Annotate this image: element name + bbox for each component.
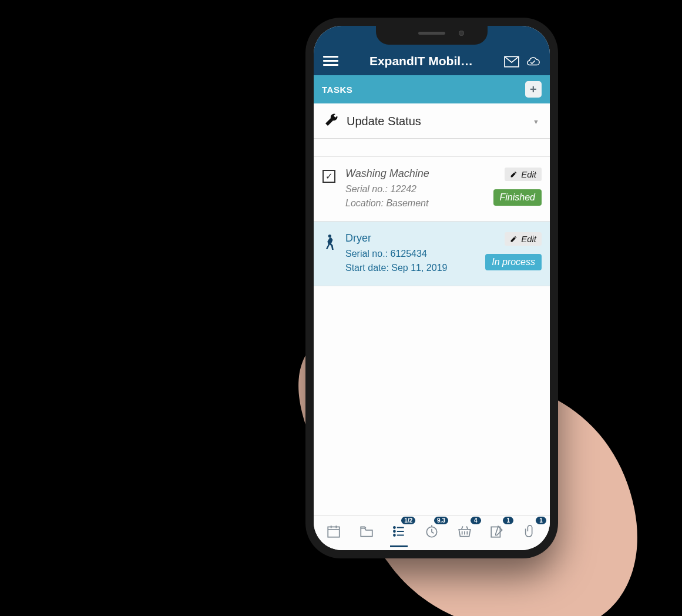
svg-point-3 <box>394 527 395 528</box>
app-title: ExpandIT Mobil… <box>338 54 504 68</box>
task-checkbox[interactable]: ✓ <box>322 168 336 210</box>
task-extra: Location: Basement <box>345 196 484 210</box>
svg-point-5 <box>394 534 395 536</box>
cloud-sync-icon[interactable] <box>525 55 540 68</box>
edit-button[interactable]: Edit <box>505 168 542 181</box>
task-serial: Serial no.: 12242 <box>345 182 484 196</box>
chevron-down-icon: ▼ <box>533 118 539 125</box>
add-task-button[interactable]: + <box>525 81 542 98</box>
edit-label: Edit <box>521 234 536 244</box>
phone-screen: ExpandIT Mobil… TASKS + <box>314 26 550 550</box>
tab-badge: 9.3 <box>434 517 448 524</box>
tab-bar: 1/2 9.3 4 1 1 <box>314 515 550 550</box>
status-badge: Finished <box>493 189 542 206</box>
update-status-label: Update Status <box>347 115 421 128</box>
menu-icon[interactable] <box>323 53 338 68</box>
svg-point-4 <box>394 530 395 532</box>
tab-basket[interactable]: 4 <box>452 519 477 544</box>
tab-calendar[interactable] <box>321 519 346 544</box>
tab-folder[interactable] <box>354 519 379 544</box>
phone-frame: ExpandIT Mobil… TASKS + <box>305 18 558 558</box>
tab-tasks[interactable]: 1/2 <box>387 519 411 544</box>
task-title: Washing Machine <box>345 168 484 180</box>
wrench-icon <box>324 113 338 130</box>
edit-label: Edit <box>521 169 536 179</box>
task-serial: Serial no.: 6125434 <box>345 247 476 261</box>
tab-badge: 4 <box>471 517 481 524</box>
status-badge: In process <box>485 254 542 270</box>
svg-rect-2 <box>328 527 340 537</box>
edit-button[interactable]: Edit <box>505 232 542 246</box>
task-row[interactable]: ✓ Washing Machine Serial no.: 12242 Loca… <box>314 157 550 222</box>
tab-compose[interactable]: 1 <box>485 519 509 544</box>
tasks-label: TASKS <box>322 85 352 95</box>
task-title: Dryer <box>345 232 476 245</box>
task-list: ✓ Washing Machine Serial no.: 12242 Loca… <box>314 156 550 286</box>
tab-badge: 1 <box>503 517 513 524</box>
tab-badge: 1/2 <box>401 517 415 524</box>
task-extra: Start date: Sep 11, 2019 <box>345 261 476 275</box>
mail-icon[interactable] <box>504 55 519 68</box>
tab-time[interactable]: 9.3 <box>419 519 444 544</box>
task-row[interactable]: Dryer Serial no.: 6125434 Start date: Se… <box>314 222 550 286</box>
update-status-row[interactable]: Update Status ▼ <box>314 103 550 139</box>
phone-notch <box>376 26 488 45</box>
walking-icon <box>322 232 336 275</box>
tab-attachments[interactable]: 1 <box>518 519 542 544</box>
tab-badge: 1 <box>536 517 546 524</box>
tasks-header: TASKS + <box>314 75 550 103</box>
svg-point-1 <box>328 235 331 237</box>
